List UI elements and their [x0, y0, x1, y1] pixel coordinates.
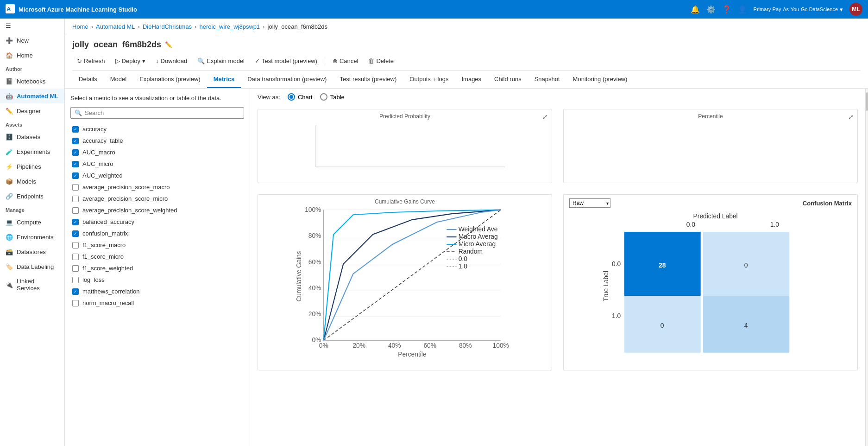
- delete-button[interactable]: 🗑 Delete: [364, 55, 398, 67]
- sidebar-item-new[interactable]: ➕ New: [0, 33, 64, 48]
- metric-checkbox-f1_score_macro[interactable]: [72, 242, 79, 248]
- svg-text:1.0: 1.0: [770, 221, 780, 228]
- svg-text:0%: 0%: [319, 342, 328, 349]
- sidebar-item-notebooks[interactable]: 📓 Notebooks: [0, 74, 64, 89]
- metric-checkbox-accuracy_table[interactable]: ✓: [72, 138, 79, 144]
- percentile-expand-icon[interactable]: ⤢: [848, 113, 854, 121]
- app-title-area: A Microsoft Azure Machine Learning Studi…: [6, 4, 137, 15]
- metric-item-f1_score_micro[interactable]: f1_score_micro: [70, 251, 244, 262]
- metric-item-norm_macro_recall[interactable]: norm_macro_recall: [70, 297, 244, 309]
- metric-item-average_precision_score_weighted[interactable]: average_precision_score_weighted: [70, 204, 244, 216]
- metric-item-matthews_correlation[interactable]: ✓matthews_correlation: [70, 286, 244, 297]
- sidebar-item-automated-ml[interactable]: 🤖 Automated ML: [0, 89, 64, 103]
- metric-item-balanced_accuracy[interactable]: ✓balanced_accuracy: [70, 216, 244, 228]
- search-input[interactable]: [85, 109, 240, 116]
- raw-select[interactable]: Raw Normalized: [569, 198, 610, 208]
- page-title: jolly_ocean_f6m8b2ds: [72, 40, 161, 50]
- explain-model-button[interactable]: 🔍 Explain model: [193, 55, 249, 67]
- help-icon[interactable]: ❓: [722, 5, 731, 14]
- metric-checkbox-log_loss[interactable]: [72, 277, 79, 283]
- tab-test-results[interactable]: Test results (preview): [333, 71, 403, 88]
- breadcrumb-run[interactable]: heroic_wire_wj8pswp1: [199, 23, 260, 30]
- tab-metrics[interactable]: Metrics: [207, 71, 241, 88]
- breadcrumb-home[interactable]: Home: [72, 23, 88, 30]
- tab-child-runs[interactable]: Child runs: [488, 71, 528, 88]
- expand-icon[interactable]: ⤢: [542, 113, 548, 121]
- chart-radio[interactable]: [288, 93, 295, 101]
- tab-data-transformation[interactable]: Data transformation (preview): [241, 71, 333, 88]
- metric-checkbox-AUC_weighted[interactable]: ✓: [72, 172, 79, 179]
- metric-checkbox-matthews_correlation[interactable]: ✓: [72, 288, 79, 295]
- test-model-button[interactable]: ✓ Test model (preview): [250, 55, 322, 67]
- tab-monitoring[interactable]: Monitoring (preview): [566, 71, 634, 88]
- tab-details[interactable]: Details: [72, 71, 104, 88]
- bell-icon[interactable]: 🔔: [691, 5, 700, 14]
- metrics-left-panel: Select a metric to see a visualization o…: [65, 89, 250, 446]
- refresh-icon: ↻: [77, 57, 82, 64]
- sidebar-item-linked-services[interactable]: 🔌 Linked Services: [0, 274, 64, 295]
- confusion-matrix-chart: Raw Normalized Confusion Matrix Predicte…: [563, 194, 858, 370]
- metric-checkbox-confusion_matrix[interactable]: ✓: [72, 230, 79, 237]
- metric-checkbox-f1_score_micro[interactable]: [72, 254, 79, 260]
- hamburger-menu[interactable]: ☰: [0, 19, 64, 33]
- metric-label-AUC_micro: AUC_micro: [82, 160, 113, 167]
- download-button[interactable]: ↓ Download: [151, 55, 192, 67]
- sidebar-item-models[interactable]: 📦 Models: [0, 174, 64, 189]
- breadcrumb-experiment[interactable]: DieHardChristmas: [143, 23, 192, 30]
- sidebar-item-experiments[interactable]: 🧪 Experiments: [0, 144, 64, 159]
- cancel-button[interactable]: ⊗ Cancel: [328, 55, 363, 67]
- metric-item-f1_score_macro[interactable]: f1_score_macro: [70, 239, 244, 251]
- metric-item-f1_score_weighted[interactable]: f1_score_weighted: [70, 262, 244, 274]
- metric-label-accuracy_table: accuracy_table: [82, 137, 123, 144]
- metric-checkbox-f1_score_weighted[interactable]: [72, 265, 79, 272]
- metric-checkbox-accuracy[interactable]: ✓: [72, 126, 79, 133]
- edit-icon[interactable]: ✏️: [165, 41, 172, 48]
- right-scrollbar[interactable]: [865, 89, 868, 446]
- metric-checkbox-AUC_micro[interactable]: ✓: [72, 161, 79, 167]
- sidebar-item-datastores[interactable]: 🗃️ Datastores: [0, 244, 64, 259]
- deploy-button[interactable]: ▷ Deploy ▾: [111, 55, 150, 67]
- user-icon[interactable]: 👤: [738, 5, 747, 14]
- breadcrumb-automl[interactable]: Automated ML: [96, 23, 135, 30]
- settings-icon[interactable]: ⚙️: [706, 5, 716, 14]
- metric-item-average_precision_score_micro[interactable]: average_precision_score_micro: [70, 193, 244, 204]
- metric-item-AUC_macro[interactable]: ✓AUC_macro: [70, 147, 244, 158]
- sidebar-item-datasets[interactable]: 🗄️ Datasets: [0, 129, 64, 144]
- tab-images[interactable]: Images: [455, 71, 488, 88]
- tab-model[interactable]: Model: [104, 71, 133, 88]
- metric-checkbox-average_precision_score_weighted[interactable]: [72, 207, 79, 214]
- metric-checkbox-balanced_accuracy[interactable]: ✓: [72, 219, 79, 225]
- metric-item-confusion_matrix[interactable]: ✓confusion_matrix: [70, 228, 244, 239]
- metric-label-confusion_matrix: confusion_matrix: [82, 230, 128, 237]
- metric-checkbox-average_precision_score_macro[interactable]: [72, 184, 79, 191]
- sidebar-item-home[interactable]: 🏠 Home: [0, 48, 64, 63]
- sidebar-experiments-label: Experiments: [17, 148, 50, 155]
- metric-item-accuracy_table[interactable]: ✓accuracy_table: [70, 135, 244, 147]
- tabs: Details Model Explanations (preview) Met…: [65, 71, 868, 89]
- sidebar-item-pipelines[interactable]: ⚡ Pipelines: [0, 159, 64, 174]
- user-account-button[interactable]: Primary Pay-As-You-Go DataScience ▾: [754, 6, 843, 13]
- table-radio[interactable]: [320, 93, 327, 101]
- metric-item-accuracy[interactable]: ✓accuracy: [70, 123, 244, 135]
- metric-checkbox-norm_macro_recall[interactable]: [72, 300, 79, 306]
- sidebar-item-compute[interactable]: 💻 Compute: [0, 215, 64, 229]
- sidebar-item-environments[interactable]: 🌐 Environments: [0, 229, 64, 244]
- metric-checkbox-AUC_macro[interactable]: ✓: [72, 149, 79, 156]
- sidebar-item-data-labeling[interactable]: 🏷️ Data Labeling: [0, 259, 64, 274]
- sidebar-item-designer[interactable]: ✏️ Designer: [0, 103, 64, 118]
- metric-item-average_precision_score_macro[interactable]: average_precision_score_macro: [70, 181, 244, 193]
- tab-explanations[interactable]: Explanations (preview): [133, 71, 207, 88]
- metric-item-AUC_micro[interactable]: ✓AUC_micro: [70, 158, 244, 170]
- view-as-chart-option[interactable]: Chart: [288, 93, 313, 101]
- sidebar-item-endpoints[interactable]: 🔗 Endpoints: [0, 189, 64, 204]
- predicted-prob-svg: [258, 120, 552, 175]
- metric-checkbox-average_precision_score_micro[interactable]: [72, 196, 79, 202]
- view-as-table-option[interactable]: Table: [320, 93, 345, 101]
- right-scrollbar-thumb[interactable]: [866, 92, 868, 111]
- tab-snapshot[interactable]: Snapshot: [528, 71, 566, 88]
- metric-item-log_loss[interactable]: log_loss: [70, 274, 244, 286]
- refresh-button[interactable]: ↻ Refresh: [72, 55, 110, 67]
- metric-item-AUC_weighted[interactable]: ✓AUC_weighted: [70, 170, 244, 181]
- avatar[interactable]: ML: [849, 3, 862, 16]
- tab-outputs-logs[interactable]: Outputs + logs: [403, 71, 455, 88]
